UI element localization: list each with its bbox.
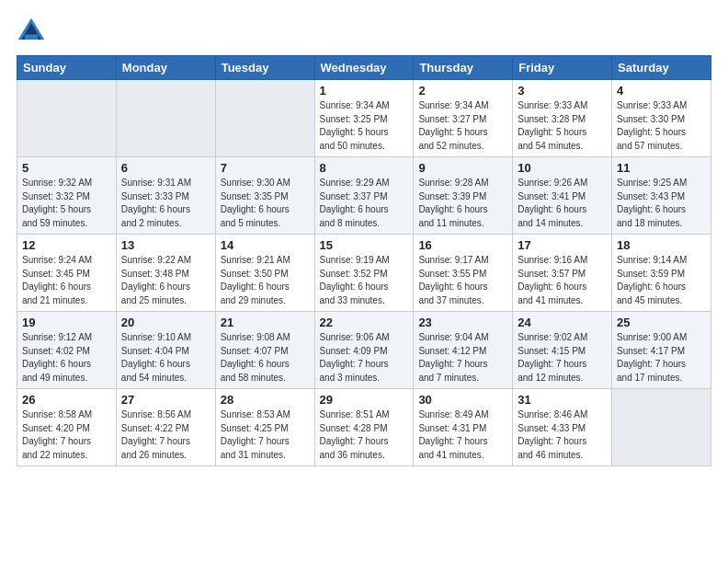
day-info: Sunrise: 9:34 AMSunset: 3:27 PMDaylight:… bbox=[418, 99, 507, 153]
day-number: 23 bbox=[418, 316, 507, 329]
calendar-cell: 1Sunrise: 9:34 AMSunset: 3:25 PMDaylight… bbox=[314, 80, 414, 157]
weekday-header-thursday: Thursday bbox=[414, 56, 513, 80]
day-info: Sunrise: 9:00 AMSunset: 4:17 PMDaylight:… bbox=[617, 331, 706, 385]
calendar-cell: 9Sunrise: 9:28 AMSunset: 3:39 PMDaylight… bbox=[414, 157, 513, 235]
calendar-cell: 14Sunrise: 9:21 AMSunset: 3:50 PMDayligh… bbox=[215, 235, 314, 312]
weekday-header-friday: Friday bbox=[513, 56, 612, 80]
calendar-cell: 15Sunrise: 9:19 AMSunset: 3:52 PMDayligh… bbox=[314, 235, 414, 312]
day-number: 15 bbox=[320, 238, 409, 252]
day-number: 6 bbox=[121, 161, 210, 175]
day-info: Sunrise: 9:31 AMSunset: 3:33 PMDaylight:… bbox=[121, 177, 210, 230]
calendar-cell: 24Sunrise: 9:02 AMSunset: 4:15 PMDayligh… bbox=[513, 312, 612, 389]
day-number: 7 bbox=[221, 161, 310, 175]
day-number: 31 bbox=[518, 393, 607, 407]
day-number: 29 bbox=[320, 393, 409, 407]
day-number: 21 bbox=[221, 316, 310, 329]
calendar-cell: 8Sunrise: 9:29 AMSunset: 3:37 PMDaylight… bbox=[314, 157, 414, 235]
weekday-header-tuesday: Tuesday bbox=[215, 56, 314, 80]
calendar-cell: 27Sunrise: 8:56 AMSunset: 4:22 PMDayligh… bbox=[116, 389, 215, 466]
day-info: Sunrise: 9:10 AMSunset: 4:04 PMDaylight:… bbox=[121, 331, 210, 385]
day-info: Sunrise: 9:34 AMSunset: 3:25 PMDaylight:… bbox=[320, 99, 409, 153]
day-info: Sunrise: 9:19 AMSunset: 3:52 PMDaylight:… bbox=[320, 254, 409, 307]
calendar-cell: 11Sunrise: 9:25 AMSunset: 3:43 PMDayligh… bbox=[612, 157, 711, 235]
calendar-cell bbox=[215, 80, 314, 157]
calendar-cell: 16Sunrise: 9:17 AMSunset: 3:55 PMDayligh… bbox=[414, 235, 513, 312]
day-number: 8 bbox=[320, 161, 409, 175]
day-info: Sunrise: 9:29 AMSunset: 3:37 PMDaylight:… bbox=[320, 177, 409, 230]
day-info: Sunrise: 8:58 AMSunset: 4:20 PMDaylight:… bbox=[22, 408, 111, 462]
calendar-cell bbox=[612, 389, 711, 466]
weekday-header-saturday: Saturday bbox=[612, 56, 711, 80]
day-info: Sunrise: 9:16 AMSunset: 3:57 PMDaylight:… bbox=[518, 254, 607, 307]
calendar-cell: 23Sunrise: 9:04 AMSunset: 4:12 PMDayligh… bbox=[414, 312, 513, 389]
day-number: 1 bbox=[320, 84, 409, 98]
calendar-cell: 20Sunrise: 9:10 AMSunset: 4:04 PMDayligh… bbox=[116, 312, 215, 389]
day-number: 13 bbox=[121, 238, 210, 252]
day-number: 18 bbox=[617, 238, 706, 252]
day-info: Sunrise: 9:25 AMSunset: 3:43 PMDaylight:… bbox=[617, 177, 706, 230]
day-number: 12 bbox=[22, 238, 111, 252]
calendar-cell: 26Sunrise: 8:58 AMSunset: 4:20 PMDayligh… bbox=[17, 389, 117, 466]
weekday-header-monday: Monday bbox=[116, 56, 215, 80]
logo-icon bbox=[17, 17, 46, 46]
day-number: 9 bbox=[418, 161, 507, 175]
day-info: Sunrise: 9:06 AMSunset: 4:09 PMDaylight:… bbox=[320, 331, 409, 385]
day-number: 17 bbox=[518, 238, 607, 252]
calendar-week-5: 26Sunrise: 8:58 AMSunset: 4:20 PMDayligh… bbox=[17, 389, 711, 466]
calendar-cell: 31Sunrise: 8:46 AMSunset: 4:33 PMDayligh… bbox=[513, 389, 612, 466]
calendar-cell: 3Sunrise: 9:33 AMSunset: 3:28 PMDaylight… bbox=[513, 80, 612, 157]
day-info: Sunrise: 9:17 AMSunset: 3:55 PMDaylight:… bbox=[418, 254, 507, 307]
calendar-cell: 5Sunrise: 9:32 AMSunset: 3:32 PMDaylight… bbox=[17, 157, 117, 235]
day-info: Sunrise: 8:49 AMSunset: 4:31 PMDaylight:… bbox=[418, 408, 507, 462]
calendar-cell: 4Sunrise: 9:33 AMSunset: 3:30 PMDaylight… bbox=[612, 80, 711, 157]
calendar-cell: 19Sunrise: 9:12 AMSunset: 4:02 PMDayligh… bbox=[17, 312, 117, 389]
day-info: Sunrise: 9:33 AMSunset: 3:30 PMDaylight:… bbox=[617, 99, 706, 153]
calendar-cell: 22Sunrise: 9:06 AMSunset: 4:09 PMDayligh… bbox=[314, 312, 414, 389]
calendar: SundayMondayTuesdayWednesdayThursdayFrid… bbox=[17, 55, 711, 466]
day-number: 19 bbox=[22, 316, 111, 329]
day-number: 16 bbox=[418, 238, 507, 252]
weekday-header-row: SundayMondayTuesdayWednesdayThursdayFrid… bbox=[17, 56, 711, 80]
day-info: Sunrise: 9:26 AMSunset: 3:41 PMDaylight:… bbox=[518, 177, 607, 230]
day-info: Sunrise: 9:12 AMSunset: 4:02 PMDaylight:… bbox=[22, 331, 111, 385]
calendar-cell: 21Sunrise: 9:08 AMSunset: 4:07 PMDayligh… bbox=[215, 312, 314, 389]
calendar-cell: 7Sunrise: 9:30 AMSunset: 3:35 PMDaylight… bbox=[215, 157, 314, 235]
weekday-header-sunday: Sunday bbox=[17, 56, 117, 80]
page: SundayMondayTuesdayWednesdayThursdayFrid… bbox=[0, 0, 728, 476]
day-number: 3 bbox=[518, 84, 607, 98]
day-info: Sunrise: 8:56 AMSunset: 4:22 PMDaylight:… bbox=[121, 408, 210, 462]
svg-rect-2 bbox=[25, 35, 38, 40]
day-info: Sunrise: 9:32 AMSunset: 3:32 PMDaylight:… bbox=[22, 177, 111, 230]
day-number: 4 bbox=[617, 84, 706, 98]
calendar-cell: 10Sunrise: 9:26 AMSunset: 3:41 PMDayligh… bbox=[513, 157, 612, 235]
day-number: 27 bbox=[121, 393, 210, 407]
calendar-cell: 13Sunrise: 9:22 AMSunset: 3:48 PMDayligh… bbox=[116, 235, 215, 312]
header bbox=[17, 17, 711, 46]
day-info: Sunrise: 9:30 AMSunset: 3:35 PMDaylight:… bbox=[221, 177, 310, 230]
day-number: 20 bbox=[121, 316, 210, 329]
weekday-header-wednesday: Wednesday bbox=[314, 56, 414, 80]
day-number: 5 bbox=[22, 161, 111, 175]
day-info: Sunrise: 9:14 AMSunset: 3:59 PMDaylight:… bbox=[617, 254, 706, 307]
day-info: Sunrise: 9:28 AMSunset: 3:39 PMDaylight:… bbox=[418, 177, 507, 230]
day-number: 26 bbox=[22, 393, 111, 407]
calendar-cell bbox=[17, 80, 117, 157]
day-number: 24 bbox=[518, 316, 607, 329]
day-number: 10 bbox=[518, 161, 607, 175]
day-info: Sunrise: 9:22 AMSunset: 3:48 PMDaylight:… bbox=[121, 254, 210, 307]
day-info: Sunrise: 9:04 AMSunset: 4:12 PMDaylight:… bbox=[418, 331, 507, 385]
day-number: 11 bbox=[617, 161, 706, 175]
day-info: Sunrise: 8:46 AMSunset: 4:33 PMDaylight:… bbox=[518, 408, 607, 462]
day-info: Sunrise: 9:08 AMSunset: 4:07 PMDaylight:… bbox=[221, 331, 310, 385]
day-info: Sunrise: 8:53 AMSunset: 4:25 PMDaylight:… bbox=[221, 408, 310, 462]
calendar-cell: 12Sunrise: 9:24 AMSunset: 3:45 PMDayligh… bbox=[17, 235, 117, 312]
calendar-cell: 2Sunrise: 9:34 AMSunset: 3:27 PMDaylight… bbox=[414, 80, 513, 157]
day-number: 30 bbox=[418, 393, 507, 407]
day-info: Sunrise: 9:24 AMSunset: 3:45 PMDaylight:… bbox=[22, 254, 111, 307]
day-number: 25 bbox=[617, 316, 706, 329]
calendar-week-4: 19Sunrise: 9:12 AMSunset: 4:02 PMDayligh… bbox=[17, 312, 711, 389]
day-number: 22 bbox=[320, 316, 409, 329]
calendar-week-3: 12Sunrise: 9:24 AMSunset: 3:45 PMDayligh… bbox=[17, 235, 711, 312]
day-number: 28 bbox=[221, 393, 310, 407]
day-info: Sunrise: 9:33 AMSunset: 3:28 PMDaylight:… bbox=[518, 99, 607, 153]
